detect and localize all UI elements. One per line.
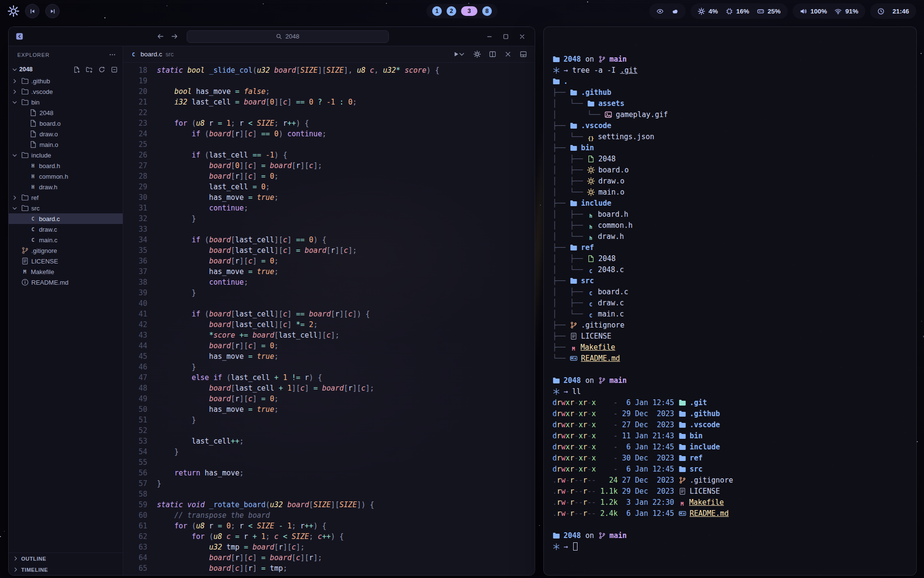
code-line-31[interactable]: 31 continue; bbox=[123, 203, 535, 213]
code-line-27[interactable]: 27 board[0][c] = board[r][c]; bbox=[123, 160, 535, 171]
split-editor-button[interactable] bbox=[488, 50, 497, 59]
explorer-item-main.c[interactable]: Cmain.c bbox=[9, 235, 123, 245]
code-line-48[interactable]: 48 board[last_cell + 1][c] = board[r][c]… bbox=[123, 383, 535, 394]
code-line-43[interactable]: 43 *score += board[last_cell][c]; bbox=[123, 330, 535, 341]
history-forward-button[interactable] bbox=[169, 31, 180, 42]
close-window-button[interactable] bbox=[516, 31, 528, 42]
media-prev-button[interactable] bbox=[25, 4, 39, 18]
media-next-button[interactable] bbox=[45, 4, 60, 18]
explorer-item-main.o[interactable]: main.o bbox=[9, 139, 123, 150]
explorer-item-bin[interactable]: bin bbox=[9, 97, 123, 107]
code-line-37[interactable]: 37 has_move = true; bbox=[123, 266, 535, 277]
code-line-28[interactable]: 28 board[r][c] = 0; bbox=[123, 171, 535, 182]
code-line-52[interactable]: 52 bbox=[123, 425, 535, 436]
code-line-38[interactable]: 38 continue; bbox=[123, 277, 535, 288]
code-line-24[interactable]: 24 if (board[r][c] == 0) continue; bbox=[123, 129, 535, 139]
code-line-56[interactable]: 56 return has_move; bbox=[123, 468, 535, 478]
explorer-more-button[interactable] bbox=[108, 50, 117, 59]
new-file-button[interactable] bbox=[72, 65, 81, 74]
code-line-35[interactable]: 35 board[last_cell][c] = board[r][c]; bbox=[123, 245, 535, 256]
explorer-item-common.h[interactable]: Hcommon.h bbox=[9, 171, 123, 182]
explorer-item-src[interactable]: src bbox=[9, 203, 123, 213]
code-line-49[interactable]: 49 board[r][c] = 0; bbox=[123, 394, 535, 404]
settings-gear-button[interactable] bbox=[473, 50, 482, 59]
code-line-18[interactable]: 18static bool _slide_col(u32 board[SIZE]… bbox=[123, 65, 535, 76]
weather-module[interactable] bbox=[649, 3, 686, 19]
code-line-33[interactable]: 33 bbox=[123, 224, 535, 235]
explorer-item-README.md[interactable]: README.md bbox=[9, 277, 123, 288]
code-line-45[interactable]: 45 has_move = true; bbox=[123, 351, 535, 362]
explorer-item-Makefile[interactable]: MMakefile bbox=[9, 266, 123, 277]
code-line-40[interactable]: 40 bbox=[123, 298, 535, 309]
workspace-button-1[interactable]: 1 bbox=[432, 6, 442, 16]
code-line-41[interactable]: 41 if (board[last_cell][c] == board[r][c… bbox=[123, 309, 535, 319]
explorer-item-ref[interactable]: ref bbox=[9, 192, 123, 203]
history-back-button[interactable] bbox=[155, 31, 166, 42]
code-line-51[interactable]: 51 } bbox=[123, 415, 535, 425]
explorer-item-include[interactable]: include bbox=[9, 150, 123, 160]
explorer-item-.github[interactable]: .github bbox=[9, 76, 123, 86]
code-line-62[interactable]: 62 for (u8 c = r + 1; c < SIZE; c++) { bbox=[123, 531, 535, 542]
run-button[interactable] bbox=[451, 50, 466, 59]
nix-logo-icon[interactable] bbox=[8, 5, 19, 17]
code-line-55[interactable]: 55 bbox=[123, 457, 535, 468]
code-line-19[interactable]: 19 bbox=[123, 76, 535, 86]
code-line-42[interactable]: 42 board[last_cell][c] *= 2; bbox=[123, 319, 535, 330]
close-editor-button[interactable] bbox=[503, 50, 513, 59]
workspace-button-3[interactable]: 3 bbox=[461, 6, 477, 16]
code-line-63[interactable]: 63 u32 tmp = board[r][c]; bbox=[123, 542, 535, 552]
code-line-39[interactable]: 39 } bbox=[123, 288, 535, 298]
explorer-item-draw.c[interactable]: Cdraw.c bbox=[9, 224, 123, 235]
explorer-item-draw.h[interactable]: Hdraw.h bbox=[9, 182, 123, 192]
code-line-26[interactable]: 26 if (last_cell == -1) { bbox=[123, 150, 535, 160]
explorer-item-draw.o[interactable]: draw.o bbox=[9, 129, 123, 139]
code-line-58[interactable]: 58 bbox=[123, 489, 535, 499]
code-line-64[interactable]: 64 board[r][c] = board[c][r]; bbox=[123, 552, 535, 563]
terminal-window[interactable]: 2048 on main→ tree -a -I .git.├── .githu… bbox=[543, 26, 917, 576]
explorer-item-2048[interactable]: 2048 bbox=[9, 107, 123, 118]
command-center-search[interactable]: 2048 bbox=[187, 30, 389, 43]
code-line-30[interactable]: 30 has_move = true; bbox=[123, 192, 535, 203]
refresh-explorer-button[interactable] bbox=[97, 65, 106, 74]
code-line-47[interactable]: 47 else if (last_cell + 1 != r) { bbox=[123, 372, 535, 383]
outline-section[interactable]: OUTLINE bbox=[9, 553, 123, 564]
explorer-item-board.o[interactable]: board.o bbox=[9, 118, 123, 129]
code-line-21[interactable]: 21 i32 last_cell = board[0][c] == 0 ? -1… bbox=[123, 97, 535, 107]
code-line-59[interactable]: 59static void _rotate_board(u32 board[SI… bbox=[123, 499, 535, 510]
editor-layout-button[interactable] bbox=[519, 50, 528, 59]
project-root-row[interactable]: 2048 bbox=[9, 63, 123, 76]
code-line-22[interactable]: 22 bbox=[123, 107, 535, 118]
code-line-46[interactable]: 46 } bbox=[123, 362, 535, 372]
maximize-button[interactable] bbox=[500, 31, 512, 42]
code-line-34[interactable]: 34 if (board[last_cell][c] == 0) { bbox=[123, 235, 535, 245]
explorer-item-.gitignore[interactable]: .gitignore bbox=[9, 245, 123, 256]
code-line-20[interactable]: 20 bool has_move = false; bbox=[123, 86, 535, 97]
explorer-item-board.c[interactable]: Cboard.c bbox=[9, 213, 123, 224]
code-line-29[interactable]: 29 last_cell = 0; bbox=[123, 182, 535, 192]
minimize-button[interactable] bbox=[484, 31, 495, 42]
workspace-button-2[interactable]: 2 bbox=[447, 6, 456, 16]
system-stats-module[interactable]: 4% 16% 25% bbox=[691, 3, 788, 19]
code-line-53[interactable]: 53 last_cell++; bbox=[123, 436, 535, 447]
code-line-32[interactable]: 32 } bbox=[123, 213, 535, 224]
code-line-50[interactable]: 50 has_move = true; bbox=[123, 404, 535, 415]
code-line-44[interactable]: 44 board[r][c] = 0; bbox=[123, 341, 535, 351]
explorer-item-LICENSE[interactable]: LICENSE bbox=[9, 256, 123, 266]
code-line-61[interactable]: 61 for (u8 r = 0; r < SIZE - 1; r++) { bbox=[123, 521, 535, 531]
code-line-36[interactable]: 36 board[r][c] = 0; bbox=[123, 256, 535, 266]
code-line-60[interactable]: 60 // transpose the board bbox=[123, 510, 535, 521]
tab-board-c[interactable]: C board.c src bbox=[130, 51, 174, 58]
collapse-folders-button[interactable] bbox=[110, 65, 119, 74]
explorer-item-.vscode[interactable]: .vscode bbox=[9, 86, 123, 97]
code-line-57[interactable]: 57} bbox=[123, 478, 535, 489]
code-editor[interactable]: 18static bool _slide_col(u32 board[SIZE]… bbox=[123, 63, 535, 575]
code-line-54[interactable]: 54 } bbox=[123, 447, 535, 457]
timeline-section[interactable]: TIMELINE bbox=[9, 564, 123, 575]
code-line-65[interactable]: 65 board[c][r] = tmp; bbox=[123, 563, 535, 574]
clock-module[interactable]: 21:46 bbox=[870, 3, 916, 19]
explorer-item-board.h[interactable]: Hboard.h bbox=[9, 160, 123, 171]
code-line-23[interactable]: 23 for (u8 r = 1; r < SIZE; r++) { bbox=[123, 118, 535, 129]
code-line-25[interactable]: 25 bbox=[123, 139, 535, 150]
new-folder-button[interactable] bbox=[85, 65, 94, 74]
audio-network-module[interactable]: 100% 91% bbox=[793, 3, 866, 19]
